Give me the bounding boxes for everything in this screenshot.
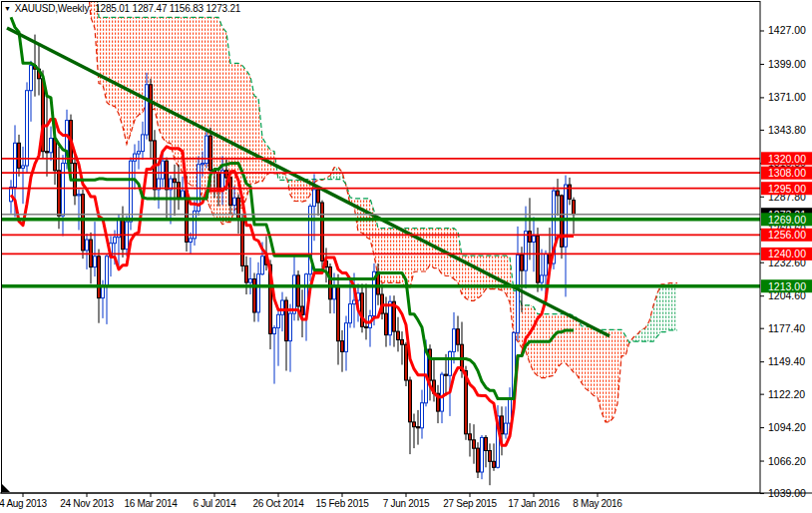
bull-candle-body (138, 152, 141, 154)
bull-candle-body (481, 437, 484, 472)
time-tick-label: 16 Mar 2014 (125, 498, 179, 509)
bull-candle-body (78, 195, 81, 196)
bull-candle-body (505, 423, 508, 434)
bull-candle-body (26, 91, 29, 166)
bear-candle-body (529, 232, 532, 243)
bear-candle-body (245, 265, 248, 282)
bull-candle-body (293, 275, 296, 313)
price-tick-label: 1427.00 (768, 24, 806, 36)
bull-candle-body (146, 85, 149, 135)
time-tick-label: 24 Nov 2013 (60, 498, 114, 509)
bull-candle-body (233, 198, 236, 205)
time-tick-label: 27 Sep 2015 (443, 498, 497, 509)
bull-candle-body (313, 190, 316, 207)
price-badge-label: 1269.00 (768, 214, 806, 226)
bear-candle-body (409, 380, 412, 422)
bull-candle-body (94, 256, 97, 267)
bear-candle-body (445, 374, 448, 375)
bear-candle-body (537, 237, 540, 283)
bull-candle-body (50, 139, 53, 153)
bear-candle-body (237, 198, 240, 220)
bear-candle-body (341, 341, 344, 352)
chart-plot-area[interactable]: 1427.001399.001371.001343.801315.801287.… (0, 0, 812, 513)
bull-candle-body (441, 374, 444, 411)
price-badge-label: 1213.00 (768, 280, 806, 292)
bull-candle-body (190, 239, 193, 243)
bear-candle-body (317, 190, 320, 203)
bear-candle-body (385, 313, 388, 335)
symbol-marker-icon: ▼ (4, 4, 11, 14)
bull-candle-body (289, 313, 292, 341)
bear-candle-body (18, 143, 21, 168)
bull-candle-body (130, 161, 133, 222)
bull-candle-body (533, 237, 536, 243)
bull-candle-body (541, 275, 544, 282)
price-badge-label: 1308.00 (768, 167, 806, 179)
bull-candle-body (202, 164, 204, 165)
bear-candle-body (166, 161, 169, 190)
time-tick-label: 6 Jul 2014 (193, 498, 236, 509)
bear-candle-body (485, 437, 488, 450)
bull-candle-body (30, 66, 33, 91)
time-tick-label: 8 May 2016 (573, 498, 622, 509)
time-tick-label: 4 Aug 2013 (0, 498, 48, 509)
bear-candle-body (477, 448, 480, 472)
bull-candle-body (142, 135, 145, 152)
price-tick-label: 1066.20 (768, 455, 806, 467)
bull-candle-body (281, 300, 284, 314)
bull-candle-body (14, 143, 17, 187)
chart-ohlc-readout: 1285.01 1287.47 1156.83 1273.21 (95, 3, 240, 14)
bull-candle-body (162, 161, 165, 179)
bear-candle-body (229, 178, 232, 206)
mt4-chart-window: ▼ XAUUSD,Weekly 1285.01 1287.47 1156.83 … (0, 0, 812, 513)
bull-candle-body (525, 232, 528, 270)
bear-candle-body (573, 201, 576, 215)
bear-candle-body (397, 331, 400, 339)
price-tick-label: 1094.20 (768, 421, 806, 433)
bear-candle-body (569, 185, 572, 199)
bear-candle-body (361, 293, 364, 327)
bull-candle-body (453, 329, 456, 352)
bear-candle-body (501, 416, 504, 434)
time-tick-label: 7 Jun 2015 (383, 498, 430, 509)
bear-candle-body (225, 171, 228, 178)
bear-candle-body (413, 422, 416, 427)
bull-candle-body (333, 286, 336, 299)
bear-candle-body (557, 191, 560, 196)
bear-candle-body (561, 196, 564, 247)
price-badge-label: 1256.00 (768, 229, 806, 241)
bear-candle-body (337, 286, 340, 341)
price-badge-label: 1240.00 (768, 248, 806, 259)
bull-candle-body (182, 191, 185, 198)
price-scale[interactable]: 1427.001399.001371.001343.801315.801287.… (760, 24, 812, 499)
bull-candle-body (345, 323, 348, 352)
bear-candle-body (98, 256, 101, 298)
bear-candle-body (329, 267, 332, 299)
bull-candle-body (449, 351, 452, 375)
bull-candle-body (545, 254, 548, 275)
bear-candle-body (493, 461, 496, 467)
bear-candle-body (209, 136, 212, 171)
bear-candle-body (54, 139, 57, 171)
bull-candle-body (273, 328, 276, 334)
bull-candle-body (349, 304, 352, 323)
bull-candle-body (249, 279, 252, 283)
bear-candle-body (469, 434, 472, 440)
bear-candle-body (457, 329, 460, 345)
bull-candle-body (62, 164, 65, 217)
bear-candle-body (297, 275, 300, 306)
bull-candle-body (106, 256, 109, 285)
bear-candle-body (46, 152, 49, 153)
bear-candle-body (321, 203, 324, 261)
bear-candle-body (58, 171, 61, 216)
bear-candle-body (253, 279, 256, 313)
price-tick-label: 1149.40 (768, 355, 805, 367)
time-tick-label: 26 Oct 2014 (252, 498, 304, 509)
bull-candle-body (517, 256, 520, 333)
bull-candle-body (257, 274, 260, 312)
price-badge-label: 1295.00 (768, 183, 806, 195)
bear-candle-body (521, 256, 524, 271)
bull-candle-body (261, 256, 264, 274)
bear-candle-body (285, 300, 288, 341)
bear-candle-body (150, 85, 153, 141)
